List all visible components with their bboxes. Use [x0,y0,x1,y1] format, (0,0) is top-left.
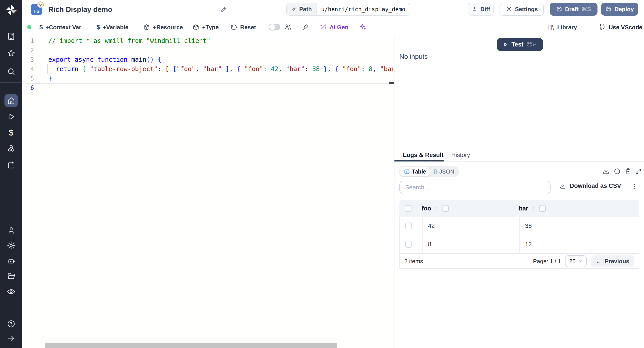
code-editor[interactable]: 123456 // import * as wmill from "windmi… [22,36,394,348]
table-cell: 12 [519,235,639,253]
row-checkbox[interactable] [405,222,412,229]
windmill-logo[interactable] [5,4,18,16]
help-icon[interactable] [7,319,16,328]
users-icon[interactable] [284,23,292,31]
table-footer: 2 items Page: 1 / 1 25 ← Previous [399,254,639,269]
line-number: 1 [22,36,34,46]
tab-logs-result[interactable]: Logs & Result [403,152,444,158]
play-icon [502,42,508,48]
code-line [48,83,394,92]
reset-icon [230,24,238,31]
tab-history[interactable]: History [451,152,470,158]
table-cell: 42 [422,217,519,235]
line-number: 4 [22,64,34,74]
horizontal-scrollbar[interactable] [45,343,337,348]
gear-icon[interactable] [7,241,16,250]
ai-gen-button[interactable]: AI Gen [319,23,348,31]
previous-page-button[interactable]: ← Previous [591,256,634,267]
add-context-var-button[interactable]: $ +Context Var [39,23,81,31]
row-checkbox[interactable] [405,241,412,248]
table-body: 4238812 [399,217,639,254]
arrow-left-icon: ← [596,258,602,265]
arrow-right-icon[interactable] [7,334,16,343]
kebab-menu-icon[interactable] [630,183,638,190]
code-line [48,46,394,55]
library-button[interactable]: Library [548,23,577,31]
result-view-toggle: Table {} JSON [399,166,459,177]
diff-mode-toggle[interactable] [269,24,280,30]
info-icon[interactable] [614,168,621,175]
section-divider [394,148,644,148]
download-csv-button[interactable]: Download as CSV [560,182,621,190]
eye-icon[interactable] [7,287,16,296]
current-line-border-bottom [25,92,394,93]
add-resource-button[interactable]: +Resource [143,23,183,31]
code-content: // import * as wmill from "windmill-clie… [48,36,394,92]
code-line: } [48,74,394,83]
add-variable-button[interactable]: $ +Variable [96,23,128,31]
column-checkbox[interactable] [539,205,546,212]
sort-icon[interactable]: ↕ [435,205,438,212]
test-button[interactable]: Test ⌘↵ [497,38,543,51]
home-icon [7,96,16,105]
reset-button[interactable]: Reset [230,23,256,31]
download-icon [560,183,566,190]
sidebar-divider [0,82,22,83]
column-header-label: foo [422,205,431,212]
diff-button[interactable]: Diff [468,3,494,16]
language-badge: TS [31,4,42,15]
page-size-select[interactable]: 25 [565,256,587,267]
calendar-icon[interactable] [7,160,16,170]
row-checkbox[interactable] [405,205,412,212]
current-line-border-top [25,83,394,84]
path-field[interactable]: Path u/henri/rich_display_demo [286,3,410,16]
result-table: foo↕bar↕ 4238812 2 items Page: 1 / 1 25 … [399,200,639,269]
table-row: 4238 [400,217,639,235]
boxes-icon[interactable] [7,144,16,153]
table-cell: 38 [519,217,639,235]
column-header-label: bar [519,205,528,212]
path-value: u/henri/rich_display_demo [317,3,410,15]
table-cell: 8 [422,235,519,253]
column-checkbox[interactable] [442,205,449,212]
code-line: return { "table-row-object": [ ["foo", "… [48,64,394,74]
sidebar-item-home[interactable] [4,94,18,107]
copy-to-clipboard-icon[interactable] [625,168,632,175]
add-type-button[interactable]: +Type [192,23,219,31]
gear-icon [506,6,512,12]
line-number: 6 [22,83,34,92]
save-icon [556,6,562,12]
braces-icon: {} [433,169,437,174]
draft-button[interactable]: Draft ⌘S [550,3,598,16]
deploy-button[interactable]: Deploy [601,3,638,16]
windmill-script-editor: $ [0,0,644,348]
download-icon[interactable] [602,168,610,175]
pencil-icon [291,6,296,12]
dollar-icon[interactable]: $ [7,128,16,137]
sort-icon[interactable]: ↕ [532,205,535,212]
panel-divider[interactable] [394,36,394,348]
dollar-icon: $ [96,24,100,31]
edit-title-pencil-icon[interactable] [220,6,227,13]
view-table-option[interactable]: Table [400,167,430,176]
sparkles-icon[interactable] [359,23,367,31]
play-icon[interactable] [7,112,16,121]
folder-icon[interactable] [7,272,16,280]
expand-icon[interactable] [634,168,642,175]
user-icon[interactable] [7,226,16,235]
brush-icon[interactable] [302,23,310,31]
use-vscode-button[interactable]: Use VScode [598,23,642,31]
settings-button[interactable]: Settings [500,3,544,16]
search-icon[interactable] [7,67,16,76]
robot-icon[interactable] [7,257,16,266]
building-icon[interactable] [7,32,16,41]
view-json-option[interactable]: {} JSON [430,167,458,176]
star-icon[interactable] [7,49,16,58]
line-number: 3 [22,55,34,64]
code-line: // import * as wmill from "windmill-clie… [48,36,394,46]
status-dot [27,25,31,29]
package-icon [192,24,200,31]
path-label-segment: Path [287,3,317,15]
search-input[interactable] [399,181,550,194]
line-number: 2 [22,46,34,55]
